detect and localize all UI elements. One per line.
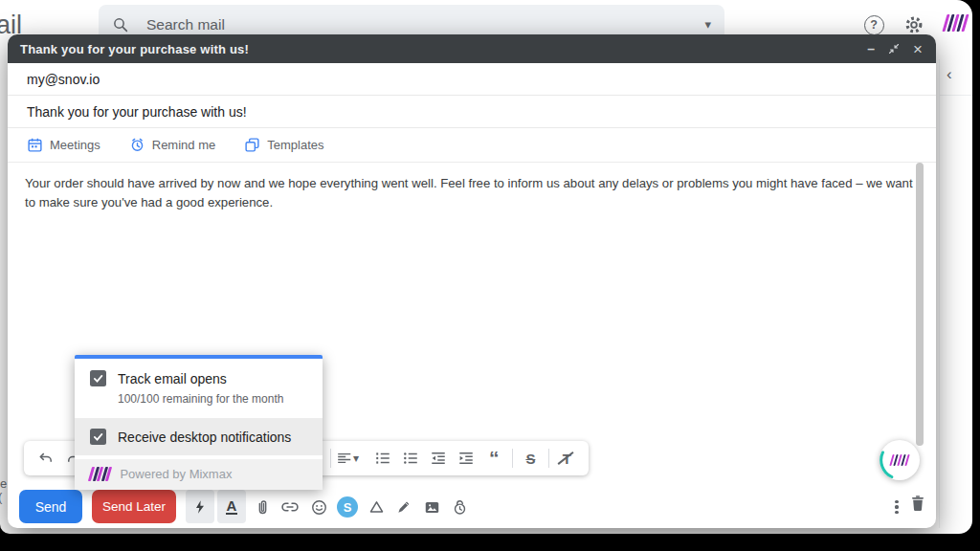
tracking-quota-note: 100/100 remaining for the month (75, 392, 323, 418)
side-panel-rule (940, 95, 972, 96)
skype-icon: S (337, 496, 358, 518)
mixmax-badge[interactable] (880, 440, 920, 480)
remind-me-label: Remind me (152, 138, 215, 152)
indent-icon[interactable] (454, 445, 479, 472)
scrollbar-thumb[interactable] (916, 163, 924, 446)
attach-file-button[interactable] (251, 495, 274, 519)
align-caret-icon: ▾ (353, 452, 368, 465)
discard-draft-button[interactable] (908, 494, 927, 517)
search-input[interactable] (146, 16, 704, 33)
templates-label: Templates (267, 138, 323, 152)
search-options-caret-icon[interactable]: ▾ (704, 17, 711, 32)
templates-button[interactable]: Templates (244, 137, 323, 153)
toolbar-divider (548, 449, 549, 468)
mixmax-toolbar: Meetings Remind me Templates (8, 128, 936, 163)
insert-drive-file-button[interactable] (365, 495, 388, 519)
track-email-opens-label: Track email opens (118, 371, 227, 386)
checkbox-checked-icon[interactable] (90, 429, 106, 445)
minimize-icon[interactable]: – (867, 42, 875, 55)
remind-me-button[interactable]: Remind me (129, 137, 215, 153)
more-options-icon[interactable] (886, 496, 907, 518)
checkbox-checked-icon[interactable] (90, 370, 106, 386)
desktop-notifications-option[interactable]: Receive desktop notifications (75, 418, 323, 455)
side-panel-divider (939, 59, 940, 528)
pen-icon (395, 498, 412, 516)
mixmax-send-options-popup: Track email opens 100/100 remaining for … (75, 355, 323, 490)
gmail-page: ail ▾ ? ‹ e ( Thank you for your purchas… (0, 0, 972, 534)
page-edge-fragment: ( (0, 490, 2, 504)
pen-button[interactable] (392, 495, 415, 519)
send-later-button[interactable]: Send Later (92, 490, 176, 523)
numbered-list-icon[interactable] (370, 445, 396, 472)
insert-emoji-button[interactable] (307, 495, 330, 519)
quote-icon[interactable]: “ (481, 452, 507, 465)
toolbar-divider (512, 449, 513, 468)
subject-value: Thank you for your purchase with us! (27, 104, 247, 120)
bullet-list-icon[interactable] (398, 445, 424, 472)
text-format-icon: A (226, 498, 238, 515)
formatting-options-toggle[interactable]: A (217, 490, 246, 523)
mixmax-tracking-toggle[interactable] (186, 490, 214, 523)
search-icon (112, 16, 129, 33)
insert-link-button[interactable] (278, 495, 301, 519)
message-body[interactable]: Your order should have arrived by now an… (25, 174, 913, 213)
compose-title: Thank you for your purchase with us! (20, 42, 854, 56)
recipient-field[interactable]: my@snov.io (8, 63, 936, 96)
insert-photo-button[interactable] (420, 495, 443, 519)
trash-icon (908, 494, 927, 513)
image-icon (423, 498, 441, 517)
chevron-left-icon[interactable]: ‹ (947, 65, 952, 84)
lock-clock-icon (451, 498, 469, 517)
help-icon: ? (864, 15, 884, 35)
powered-by-label: Powered by Mixmax (120, 467, 232, 481)
strikethrough-icon[interactable]: S (518, 445, 544, 472)
emoji-icon (310, 498, 328, 517)
meetings-label: Meetings (50, 138, 100, 152)
mixmax-extension-icon[interactable] (945, 14, 967, 35)
confidential-mode-button[interactable] (448, 495, 471, 519)
undo-icon[interactable] (33, 445, 58, 472)
lightning-icon (192, 499, 208, 515)
calendar-icon (27, 137, 43, 153)
alarm-icon (129, 137, 145, 153)
desktop-notifications-label: Receive desktop notifications (118, 430, 291, 445)
recipient-value: my@snov.io (27, 72, 100, 87)
subject-field[interactable]: Thank you for your purchase with us! (8, 96, 936, 128)
paperclip-icon (254, 498, 272, 517)
toolbar-divider (330, 449, 331, 468)
mixmax-logo-icon (889, 454, 910, 466)
meetings-button[interactable]: Meetings (27, 137, 100, 153)
send-button[interactable]: Send (19, 490, 82, 523)
compose-header[interactable]: Thank you for your purchase with us! – × (8, 34, 936, 63)
skype-button[interactable]: S (336, 495, 359, 519)
gear-icon (903, 14, 924, 35)
popout-icon[interactable] (888, 43, 900, 55)
clear-formatting-icon[interactable]: T (554, 445, 580, 472)
mixmax-logo-icon (88, 467, 113, 481)
drive-icon (368, 498, 386, 517)
link-icon (280, 497, 300, 517)
screen: ail ▾ ? ‹ e ( Thank you for your purchas… (0, 0, 980, 551)
close-icon[interactable]: × (913, 41, 923, 57)
outdent-icon[interactable] (426, 445, 452, 472)
align-icon[interactable]: ▾ (336, 445, 368, 472)
track-email-opens-option[interactable]: Track email opens (75, 359, 323, 392)
page-edge-fragment: e (0, 476, 7, 491)
powered-by-mixmax[interactable]: Powered by Mixmax (75, 459, 323, 490)
templates-icon (244, 137, 260, 153)
